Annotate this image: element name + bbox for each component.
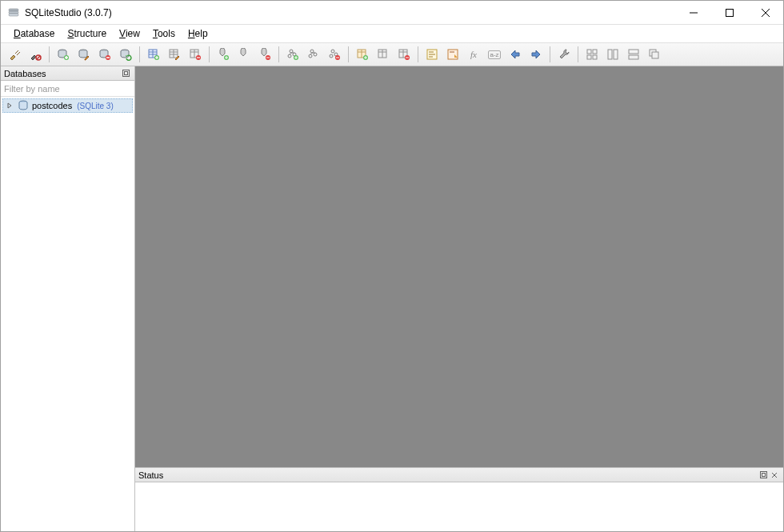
svg-rect-89 xyxy=(122,70,129,77)
databases-panel: Databases postcodes (SQLite 3) xyxy=(1,66,135,531)
toolbar-separator xyxy=(578,46,578,62)
tile-vertical-icon xyxy=(627,48,640,61)
edit-index-button[interactable] xyxy=(234,45,254,64)
menu-view[interactable]: View xyxy=(113,26,146,41)
view-add-icon xyxy=(356,48,369,61)
db-add-icon xyxy=(57,48,70,61)
export-icon xyxy=(530,48,542,61)
import-button[interactable] xyxy=(506,45,525,64)
edit-db-button[interactable] xyxy=(74,45,94,64)
db-remove-icon xyxy=(98,48,111,61)
database-type-label: (SQLite 3) xyxy=(77,102,114,110)
tree-item-database[interactable]: postcodes (SQLite 3) xyxy=(2,98,133,113)
ddl-history-icon xyxy=(446,48,459,61)
menu-tools[interactable]: Tools xyxy=(146,26,182,41)
delete-trigger-button[interactable] xyxy=(325,45,344,64)
menu-database[interactable]: Database xyxy=(7,26,61,41)
svg-rect-92 xyxy=(760,472,766,478)
edit-table-button[interactable] xyxy=(165,45,184,64)
database-tree[interactable]: postcodes (SQLite 3) xyxy=(1,97,134,531)
fx-icon: fx xyxy=(470,50,477,59)
status-panel-header: Status xyxy=(135,468,783,482)
svg-line-7 xyxy=(15,50,18,54)
sql-editor-button[interactable] xyxy=(422,45,442,64)
app-icon xyxy=(7,6,20,19)
app-window: SQLiteStudio (3.0.7) Database Structure … xyxy=(0,0,784,532)
window-title: SQLiteStudio (3.0.7) xyxy=(25,7,675,18)
toolbar: fx a-z xyxy=(1,42,783,66)
status-body xyxy=(135,482,783,531)
delete-view-button[interactable] xyxy=(394,45,414,64)
svg-point-50 xyxy=(309,54,312,58)
menu-help[interactable]: Help xyxy=(182,26,214,41)
svg-rect-83 xyxy=(608,50,612,59)
svg-rect-85 xyxy=(629,50,638,54)
svg-rect-77 xyxy=(448,50,458,59)
index-delete-icon xyxy=(258,48,271,61)
plug-off-icon xyxy=(29,48,42,61)
delete-index-button[interactable] xyxy=(255,45,274,64)
add-db-button[interactable] xyxy=(54,45,73,64)
titlebar: SQLiteStudio (3.0.7) xyxy=(1,1,783,25)
close-status-button[interactable] xyxy=(769,470,780,481)
settings-button[interactable] xyxy=(554,45,574,64)
edit-view-button[interactable] xyxy=(374,45,393,64)
new-table-button[interactable] xyxy=(144,45,163,64)
wrench-icon xyxy=(558,48,570,61)
collations-button[interactable]: a-z xyxy=(485,45,504,64)
close-icon xyxy=(771,472,778,478)
databases-panel-header: Databases xyxy=(1,66,134,81)
undock-status-button[interactable] xyxy=(758,470,769,481)
table-delete-icon xyxy=(189,48,202,61)
new-trigger-button[interactable] xyxy=(283,45,302,64)
svg-rect-2 xyxy=(9,14,18,16)
functions-button[interactable]: fx xyxy=(464,45,483,64)
svg-rect-81 xyxy=(587,55,591,59)
toolbar-separator xyxy=(49,46,50,62)
database-filter-input[interactable] xyxy=(1,81,134,97)
edit-trigger-button[interactable] xyxy=(304,45,323,64)
tile-windows-button[interactable] xyxy=(582,45,602,64)
table-add-icon xyxy=(147,48,160,61)
svg-line-44 xyxy=(290,53,291,54)
undock-icon xyxy=(122,70,130,77)
new-index-button[interactable] xyxy=(214,45,233,64)
status-panel-title: Status xyxy=(138,470,758,480)
svg-point-54 xyxy=(331,50,334,53)
refresh-db-button[interactable] xyxy=(116,45,135,64)
svg-rect-82 xyxy=(593,55,597,59)
mdi-canvas xyxy=(135,66,783,467)
close-button[interactable] xyxy=(747,1,783,24)
export-button[interactable] xyxy=(526,45,546,64)
toolbar-separator xyxy=(278,46,279,62)
chevron-right-icon xyxy=(6,102,13,109)
menu-structure[interactable]: Structure xyxy=(61,26,113,41)
status-panel: Status xyxy=(135,467,783,531)
new-view-button[interactable] xyxy=(353,45,372,64)
maximize-button[interactable] xyxy=(711,1,747,24)
delete-table-button[interactable] xyxy=(186,45,205,64)
tile-grid-icon xyxy=(586,48,598,61)
connect-db-button[interactable] xyxy=(5,45,24,64)
cascade-icon xyxy=(648,48,661,61)
db-edit-icon xyxy=(78,48,90,61)
sql-history-button[interactable] xyxy=(443,45,462,64)
view-edit-icon xyxy=(377,48,390,61)
main-area: Databases postcodes (SQLite 3) xyxy=(1,66,783,531)
disconnect-db-button[interactable] xyxy=(26,45,45,64)
import-icon xyxy=(509,48,522,61)
remove-db-button[interactable] xyxy=(95,45,114,64)
svg-point-51 xyxy=(314,53,317,56)
svg-rect-79 xyxy=(587,50,591,54)
svg-rect-0 xyxy=(9,9,18,11)
expand-toggle[interactable] xyxy=(6,102,14,109)
minimize-icon xyxy=(690,9,698,17)
tile-horizontal-icon xyxy=(606,48,619,61)
svg-rect-84 xyxy=(614,50,618,59)
tile-vertical-button[interactable] xyxy=(624,45,643,64)
minimize-button[interactable] xyxy=(675,1,711,24)
cascade-windows-button[interactable] xyxy=(645,45,664,64)
svg-line-10 xyxy=(37,56,40,59)
undock-panel-button[interactable] xyxy=(120,68,131,79)
tile-horizontal-button[interactable] xyxy=(603,45,622,64)
